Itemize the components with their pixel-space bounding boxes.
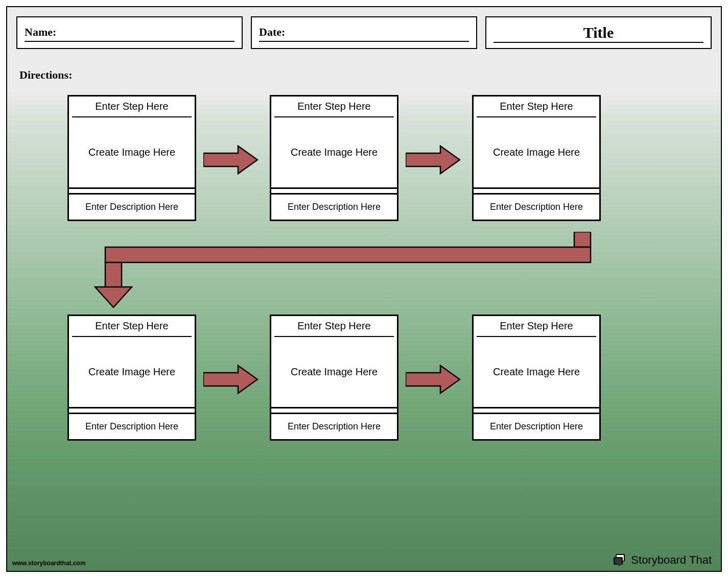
gap [474, 408, 599, 413]
step-description[interactable]: Enter Description Here [474, 413, 599, 439]
brand-badge: StoryboardThat [614, 553, 712, 567]
brand-text-1: Storyboard [631, 553, 686, 567]
name-field-box[interactable]: Name: [16, 16, 243, 49]
image-placeholder[interactable]: Create Image Here [69, 337, 195, 408]
gap [271, 408, 397, 413]
arrow-right-icon [406, 144, 461, 176]
worksheet-page: Name: Date: Title Directions: Enter Step… [6, 6, 722, 572]
svg-marker-6 [203, 366, 257, 393]
step-description[interactable]: Enter Description Here [69, 413, 195, 439]
step-description[interactable]: Enter Description Here [271, 413, 397, 439]
arrow-right-icon [406, 364, 461, 395]
step-card-2[interactable]: Enter Step Here Create Image Here Enter … [270, 95, 398, 221]
title-text: Title [583, 24, 614, 41]
image-placeholder[interactable]: Create Image Here [271, 117, 397, 189]
arrow-wrap-icon [90, 232, 596, 308]
step-card-1[interactable]: Enter Step Here Create Image Here Enter … [67, 95, 196, 221]
svg-marker-1 [406, 146, 460, 174]
storyboard-logo-icon [614, 554, 628, 566]
step-title[interactable]: Enter Step Here [69, 316, 195, 336]
svg-marker-7 [406, 366, 460, 393]
step-title[interactable]: Enter Step Here [474, 97, 599, 116]
gap [474, 189, 599, 193]
step-title[interactable]: Enter Step Here [271, 97, 397, 116]
step-title[interactable]: Enter Step Here [69, 97, 195, 116]
footer-url: www.storyboardthat.com [12, 560, 86, 567]
step-card-6[interactable]: Enter Step Here Create Image Here Enter … [472, 315, 601, 441]
title-field-box[interactable]: Title [485, 16, 712, 49]
date-label: Date: [259, 26, 285, 39]
gap [69, 408, 195, 413]
directions-label: Directions: [19, 68, 72, 82]
arrow-right-icon [203, 144, 259, 176]
date-field-box[interactable]: Date: [251, 16, 477, 49]
image-placeholder[interactable]: Create Image Here [271, 337, 397, 408]
date-underline [259, 41, 469, 42]
name-label: Name: [25, 26, 56, 39]
svg-rect-2 [574, 232, 591, 247]
svg-rect-4 [105, 262, 122, 288]
step-title[interactable]: Enter Step Here [474, 316, 599, 336]
step-description[interactable]: Enter Description Here [474, 193, 599, 220]
image-placeholder[interactable]: Create Image Here [474, 337, 599, 408]
image-placeholder[interactable]: Create Image Here [474, 117, 599, 189]
step-card-4[interactable]: Enter Step Here Create Image Here Enter … [67, 315, 196, 441]
header-row: Name: Date: Title [16, 16, 712, 49]
brand-text-2: That [689, 553, 712, 567]
title-underline [494, 42, 703, 43]
name-underline [25, 41, 234, 42]
svg-marker-5 [95, 287, 132, 307]
step-card-5[interactable]: Enter Step Here Create Image Here Enter … [270, 315, 398, 441]
step-description[interactable]: Enter Description Here [69, 193, 195, 220]
svg-rect-3 [105, 247, 591, 262]
step-description[interactable]: Enter Description Here [271, 193, 397, 220]
gap [271, 189, 397, 193]
gap [69, 189, 195, 193]
arrow-right-icon [203, 364, 259, 395]
step-title[interactable]: Enter Step Here [271, 316, 397, 336]
image-placeholder[interactable]: Create Image Here [69, 117, 195, 189]
svg-marker-0 [203, 146, 257, 174]
step-card-3[interactable]: Enter Step Here Create Image Here Enter … [472, 95, 601, 221]
